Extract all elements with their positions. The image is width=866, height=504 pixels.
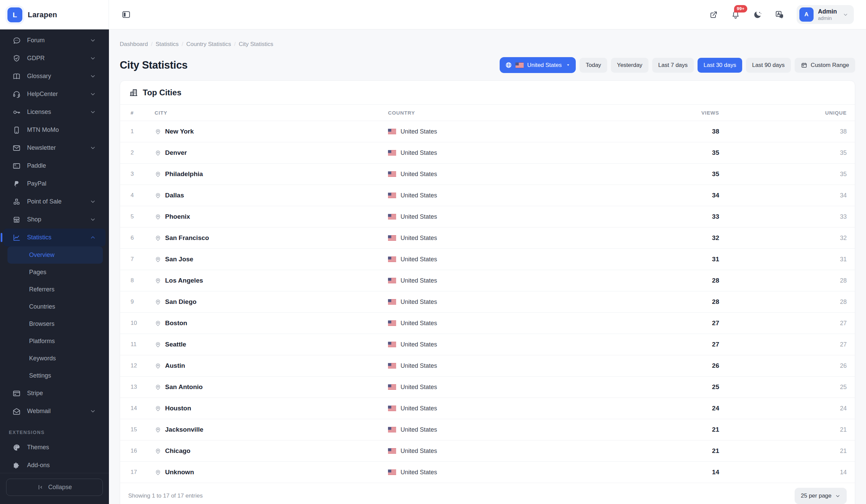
mail-icon	[12, 144, 21, 152]
table-row[interactable]: 10BostonUnited States2727	[120, 312, 855, 334]
row-city: Jacksonville	[155, 426, 388, 433]
range-button-last-7-days[interactable]: Last 7 days	[652, 58, 694, 73]
city-name: San Jose	[165, 255, 193, 263]
sidebar-subitem-overview[interactable]: Overview	[8, 247, 103, 264]
dark-mode-toggle[interactable]	[753, 10, 763, 20]
table-row[interactable]: 8Los AngelesUnited States2828	[120, 270, 855, 291]
table-row[interactable]: 1New YorkUnited States3838	[120, 121, 855, 142]
table-row[interactable]: 13San AntonioUnited States2525	[120, 376, 855, 398]
sidebar-item-forum[interactable]: Forum	[3, 32, 106, 49]
range-button-last-30-days[interactable]: Last 30 days	[698, 58, 742, 73]
row-unique: 21	[719, 448, 847, 455]
sidebar-item-point-of-sale[interactable]: Point of Sale	[3, 193, 106, 210]
country-name: United States	[401, 320, 437, 327]
sidebar-item-gdpr[interactable]: GDPR	[3, 49, 106, 67]
table-row[interactable]: 15JacksonvilleUnited States2121	[120, 419, 855, 440]
row-views: 35	[652, 170, 719, 178]
table-row[interactable]: 14HoustonUnited States2424	[120, 398, 855, 419]
row-city: San Antonio	[155, 383, 388, 391]
table-row[interactable]: 9San DiegoUnited States2828	[120, 291, 855, 312]
city-name: Dallas	[165, 192, 184, 199]
sidebar-item-stripe[interactable]: Stripe	[3, 384, 106, 402]
palette-icon	[12, 443, 21, 452]
custom-range-button[interactable]: Custom Range	[795, 58, 855, 73]
sidebar-subitem-keywords[interactable]: Keywords	[8, 350, 103, 367]
table-row[interactable]: 6San FranciscoUnited States3232	[120, 227, 855, 249]
table-header: #CITYCOUNTRYVIEWSUNIQUE	[120, 105, 855, 121]
sidebar-item-themes[interactable]: Themes	[3, 438, 106, 456]
sidebar-subitem-platforms[interactable]: Platforms	[8, 333, 103, 350]
sidebar-subitem-settings[interactable]: Settings	[8, 367, 103, 384]
filters: United States TodayYesterdayLast 7 daysL…	[500, 57, 855, 73]
row-country: United States	[388, 171, 652, 178]
sidebar-item-paddle[interactable]: Paddle	[3, 157, 106, 175]
us-flag-icon	[515, 62, 524, 68]
us-flag-icon	[388, 256, 396, 262]
per-page-select[interactable]: 25 per page	[795, 488, 847, 504]
language-button[interactable]	[775, 10, 785, 20]
range-button-yesterday[interactable]: Yesterday	[611, 58, 648, 73]
breadcrumb-item-country-statistics[interactable]: Country Statistics	[186, 41, 231, 48]
pin-icon	[155, 426, 162, 433]
extensions-section-label: EXTENSIONS	[9, 429, 109, 435]
breadcrumb-item-statistics[interactable]: Statistics	[156, 41, 179, 48]
table-row[interactable]: 11SeattleUnited States2727	[120, 334, 855, 355]
country-filter-dropdown[interactable]: United States	[500, 57, 576, 73]
breadcrumb-item-dashboard[interactable]: Dashboard	[120, 41, 148, 48]
sidebar-item-add-ons[interactable]: Add-ons	[3, 456, 106, 473]
pin-icon	[155, 383, 162, 390]
sidebar-item-shop[interactable]: Shop	[3, 210, 106, 229]
table-row[interactable]: 3PhiladelphiaUnited States3535	[120, 163, 855, 185]
sidebar-subitem-countries[interactable]: Countries	[8, 298, 103, 316]
table-row[interactable]: 5PhoenixUnited States3333	[120, 206, 855, 227]
translate-icon	[775, 10, 785, 20]
sidebar-item-label: Webmail	[27, 408, 51, 415]
pin-icon	[155, 298, 162, 305]
notification-badge: 99+	[734, 5, 747, 12]
row-unique: 34	[719, 192, 847, 199]
title-row: City Statistics United States TodayYeste…	[120, 57, 855, 73]
row-rank: 6	[128, 234, 155, 241]
notifications-button[interactable]: 99+	[731, 10, 741, 20]
sidebar-item-paypal[interactable]: PayPal	[3, 175, 106, 193]
row-city: Austin	[155, 362, 388, 369]
sidebar-subitem-pages[interactable]: Pages	[8, 264, 103, 281]
range-button-last-90-days[interactable]: Last 90 days	[746, 58, 790, 73]
row-views: 33	[652, 213, 719, 220]
breadcrumb: Dashboard/Statistics/Country Statistics/…	[120, 41, 855, 48]
sidebar-toggle-button[interactable]	[121, 10, 131, 20]
breadcrumb-item-city-statistics[interactable]: City Statistics	[239, 41, 273, 48]
sidebar-subitem-referrers[interactable]: Referrers	[8, 281, 103, 298]
table-row[interactable]: 7San JoseUnited States3131	[120, 249, 855, 270]
table-row[interactable]: 17UnknownUnited States1414	[120, 461, 855, 483]
row-city: Boston	[155, 319, 388, 327]
sidebar-item-mtn-momo[interactable]: MTN MoMo	[3, 121, 106, 139]
table-row[interactable]: 12AustinUnited States2626	[120, 355, 855, 376]
column-header-views: VIEWS	[652, 110, 719, 116]
sidebar-item-statistics[interactable]: Statistics	[3, 229, 106, 247]
brand[interactable]: L Larapen	[0, 0, 109, 30]
sidebar-subitem-browsers[interactable]: Browsers	[8, 316, 103, 333]
sidebar-item-glossary[interactable]: Glossary	[3, 67, 106, 85]
row-unique: 21	[719, 426, 847, 433]
chevron-down-icon	[835, 493, 841, 499]
range-button-today[interactable]: Today	[579, 58, 607, 73]
row-country: United States	[388, 298, 652, 306]
table-row[interactable]: 16ChicagoUnited States2121	[120, 440, 855, 461]
open-site-button[interactable]	[709, 10, 719, 20]
row-country: United States	[388, 234, 652, 242]
row-views: 14	[652, 469, 719, 476]
pin-icon	[155, 469, 162, 476]
row-country: United States	[388, 277, 652, 284]
collapse-button[interactable]: Collapse	[6, 479, 103, 496]
sidebar-item-webmail[interactable]: Webmail	[3, 402, 106, 420]
mobile-icon	[12, 126, 21, 135]
user-menu[interactable]: A Admin admin	[797, 5, 854, 24]
table-row[interactable]: 2DenverUnited States3535	[120, 142, 855, 163]
sidebar-item-newsletter[interactable]: Newsletter	[3, 139, 106, 157]
row-unique: 28	[719, 277, 847, 284]
sidebar-item-licenses[interactable]: Licenses	[3, 103, 106, 121]
sidebar-item-helpcenter[interactable]: HelpCenter	[3, 85, 106, 103]
us-flag-icon	[388, 363, 396, 368]
table-row[interactable]: 4DallasUnited States3434	[120, 185, 855, 206]
